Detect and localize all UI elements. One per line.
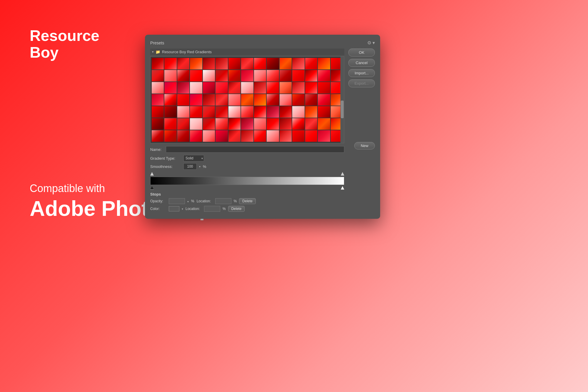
gradient-swatch[interactable] (267, 82, 279, 94)
gradient-swatch[interactable] (164, 58, 176, 69)
gradient-swatch[interactable] (267, 118, 279, 130)
gear-button[interactable]: ⚙ ▾ (367, 40, 375, 46)
gradient-bar[interactable] (150, 177, 344, 185)
gradient-swatch[interactable] (216, 82, 228, 94)
gradient-swatch[interactable] (305, 130, 317, 142)
gradient-swatch[interactable] (267, 106, 279, 118)
gradient-swatch[interactable] (254, 70, 266, 81)
gradient-swatch[interactable] (203, 58, 215, 69)
gradient-swatch[interactable] (318, 130, 330, 142)
gradient-swatch[interactable] (190, 130, 202, 142)
gradient-swatch[interactable] (216, 70, 228, 81)
opacity-stop-right[interactable] (341, 172, 344, 176)
gradient-swatch[interactable] (305, 82, 317, 94)
export-button[interactable]: Export... (348, 79, 375, 87)
gradient-swatch[interactable] (152, 118, 164, 130)
gradient-swatch[interactable] (241, 106, 253, 118)
gradient-swatch[interactable] (216, 118, 228, 130)
gradient-swatch[interactable] (241, 130, 253, 142)
gradient-swatch[interactable] (292, 70, 304, 81)
gradient-swatch[interactable] (280, 94, 292, 106)
gradient-swatch[interactable] (164, 82, 176, 94)
gradient-swatch[interactable] (228, 106, 240, 118)
gradient-swatch[interactable] (318, 94, 330, 106)
gradient-swatch[interactable] (177, 82, 189, 94)
gradient-swatch[interactable] (203, 70, 215, 81)
gradient-swatch[interactable] (280, 70, 292, 81)
gradient-swatch[interactable] (152, 70, 164, 81)
gradient-swatch[interactable] (164, 94, 176, 106)
gradient-swatch[interactable] (177, 70, 189, 81)
opacity-delete-button[interactable]: Delete (239, 198, 256, 204)
ok-button[interactable]: OK (348, 49, 375, 56)
opacity-stop-left[interactable] (150, 172, 154, 176)
gradient-swatch[interactable] (164, 106, 176, 118)
gradient-swatch[interactable] (152, 106, 164, 118)
gradient-swatch[interactable] (203, 82, 215, 94)
gradient-swatch[interactable] (203, 118, 215, 130)
gradient-swatch[interactable] (254, 106, 266, 118)
color-delete-button[interactable]: Delete (228, 206, 245, 212)
gradient-swatch[interactable] (254, 130, 266, 142)
gradient-swatch[interactable] (305, 106, 317, 118)
gradient-swatch[interactable] (318, 82, 330, 94)
color-stop-left[interactable] (150, 186, 154, 190)
gradient-swatch[interactable] (318, 70, 330, 81)
gradient-swatch[interactable] (190, 70, 202, 81)
gradient-swatch[interactable] (267, 70, 279, 81)
gradient-swatch[interactable] (228, 130, 240, 142)
gradient-swatch[interactable] (280, 82, 292, 94)
opacity-value-input[interactable] (169, 198, 185, 204)
gradient-swatch[interactable] (190, 106, 202, 118)
gradient-swatch[interactable] (190, 58, 202, 69)
gradient-swatch[interactable] (254, 94, 266, 106)
gradient-swatch[interactable] (190, 118, 202, 130)
gradient-swatch[interactable] (216, 106, 228, 118)
new-button[interactable]: New (354, 142, 375, 149)
gradient-swatch[interactable] (292, 58, 304, 69)
smoothness-input[interactable] (183, 163, 197, 170)
gradient-swatch[interactable] (318, 58, 330, 69)
cancel-button[interactable]: Cancel (348, 59, 375, 67)
gradient-swatch[interactable] (254, 58, 266, 69)
gradient-swatch[interactable] (228, 82, 240, 94)
grid-scrollbar[interactable] (340, 57, 344, 143)
gradient-swatch[interactable] (164, 118, 176, 130)
gradient-swatch[interactable] (190, 82, 202, 94)
gradient-swatch[interactable] (228, 94, 240, 106)
gradient-swatch[interactable] (254, 82, 266, 94)
gradient-swatch[interactable] (228, 118, 240, 130)
gradient-swatch[interactable] (241, 118, 253, 130)
gradient-swatch[interactable] (305, 94, 317, 106)
gradient-swatch[interactable] (241, 94, 253, 106)
gradient-swatch[interactable] (318, 118, 330, 130)
gradient-swatch[interactable] (241, 58, 253, 69)
gradient-swatch[interactable] (152, 94, 164, 106)
gradient-swatch[interactable] (203, 94, 215, 106)
gradient-swatch[interactable] (177, 106, 189, 118)
gradient-swatch[interactable] (203, 130, 215, 142)
gradient-swatch[interactable] (190, 94, 202, 106)
gradient-swatch[interactable] (280, 58, 292, 69)
gradient-swatch[interactable] (177, 58, 189, 69)
gradient-swatch[interactable] (228, 70, 240, 81)
gradient-swatch[interactable] (292, 118, 304, 130)
gradient-swatch[interactable] (280, 130, 292, 142)
gradient-swatch[interactable] (164, 130, 176, 142)
gradient-swatch[interactable] (280, 106, 292, 118)
gradient-swatch[interactable] (292, 106, 304, 118)
gradient-swatch[interactable] (292, 94, 304, 106)
gradient-swatch[interactable] (305, 58, 317, 69)
gradient-swatch[interactable] (267, 94, 279, 106)
gradient-swatch[interactable] (318, 106, 330, 118)
gradient-type-select[interactable]: Solid Noise (183, 155, 204, 161)
gradient-swatch[interactable] (305, 70, 317, 81)
gradient-swatch[interactable] (241, 70, 253, 81)
gradient-swatch[interactable] (267, 130, 279, 142)
gradient-swatch[interactable] (292, 82, 304, 94)
gradient-swatch[interactable] (152, 58, 164, 69)
gradient-swatch[interactable] (241, 82, 253, 94)
gradient-swatch[interactable] (228, 58, 240, 69)
gradient-swatch[interactable] (280, 118, 292, 130)
gradient-swatch[interactable] (203, 106, 215, 118)
